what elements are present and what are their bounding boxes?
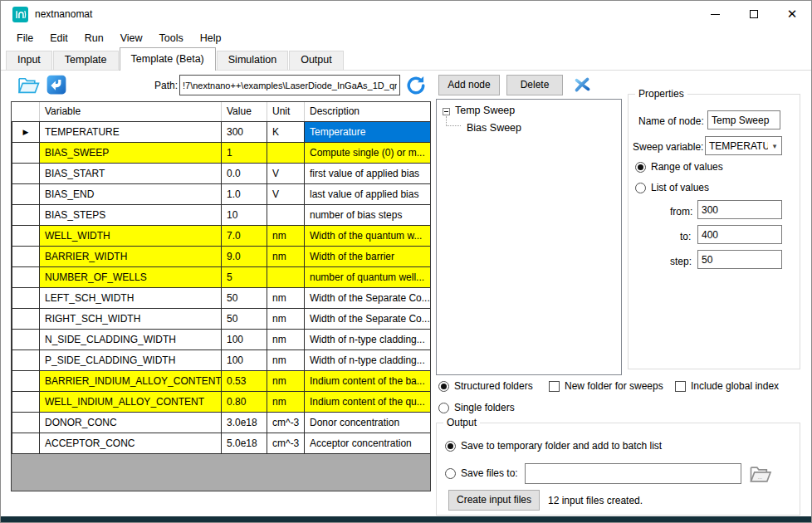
maximize-button[interactable] bbox=[740, 2, 768, 26]
tab-input[interactable]: Input bbox=[6, 51, 52, 70]
row-selector[interactable] bbox=[12, 225, 40, 246]
cell-unit[interactable] bbox=[267, 142, 305, 163]
row-selector[interactable] bbox=[12, 433, 40, 453]
browse-folder-button[interactable]: ... bbox=[749, 464, 772, 486]
cell-description[interactable]: first value of applied bias bbox=[305, 163, 431, 183]
header-variable[interactable]: Variable bbox=[40, 102, 222, 121]
tab-output[interactable]: Output bbox=[289, 51, 344, 70]
cell-value[interactable]: 50 bbox=[222, 287, 267, 308]
cell-description[interactable]: Width of n-type cladding... bbox=[305, 329, 431, 349]
menu-item-view[interactable]: View bbox=[112, 29, 151, 47]
cell-variable[interactable]: BIAS_STEPS bbox=[40, 204, 222, 225]
row-selector[interactable] bbox=[12, 287, 40, 308]
header-description[interactable]: Description bbox=[305, 102, 431, 121]
cell-description[interactable]: Width of n-type cladding... bbox=[305, 349, 431, 370]
cell-value[interactable]: 100 bbox=[222, 329, 267, 349]
to-input[interactable] bbox=[697, 225, 782, 244]
cell-value[interactable]: 0.80 bbox=[222, 391, 267, 412]
from-input[interactable] bbox=[697, 200, 782, 219]
row-selector[interactable] bbox=[12, 308, 40, 329]
row-selector[interactable] bbox=[12, 163, 40, 183]
header-unit[interactable]: Unit bbox=[267, 102, 305, 121]
cell-value[interactable]: 5.0e18 bbox=[222, 433, 267, 453]
row-selector[interactable] bbox=[12, 266, 40, 287]
save-temp-folder-radio[interactable] bbox=[445, 441, 456, 452]
close-button[interactable]: ✕ bbox=[778, 2, 806, 26]
menu-item-file[interactable]: File bbox=[8, 29, 42, 47]
cell-variable[interactable]: BARRIER_INDIUM_ALLOY_CONTENT bbox=[40, 370, 222, 391]
name-of-node-input[interactable] bbox=[707, 110, 780, 130]
delete-button[interactable]: Delete bbox=[506, 75, 563, 95]
cell-unit[interactable]: nm bbox=[267, 287, 305, 308]
delete-node-x-button[interactable] bbox=[571, 74, 594, 96]
cell-value[interactable]: 3.0e18 bbox=[222, 412, 267, 433]
cell-description[interactable]: Width of the barrier bbox=[305, 246, 431, 266]
header-value[interactable]: Value bbox=[222, 102, 267, 121]
sweep-variable-dropdown[interactable]: TEMPERATURE ▾ bbox=[705, 136, 782, 155]
list-of-values-radio[interactable] bbox=[635, 183, 646, 193]
row-selector[interactable] bbox=[12, 204, 40, 225]
tab-simulation[interactable]: Simulation bbox=[217, 51, 288, 70]
step-input[interactable] bbox=[697, 250, 782, 269]
cell-value[interactable]: 5 bbox=[222, 266, 267, 287]
tree-collapse-icon[interactable] bbox=[443, 108, 450, 115]
row-selector[interactable] bbox=[12, 183, 40, 204]
menu-item-edit[interactable]: Edit bbox=[42, 29, 76, 47]
cell-unit[interactable]: cm^-3 bbox=[267, 433, 305, 453]
cell-variable[interactable]: WELL_WIDTH bbox=[40, 225, 222, 246]
cell-unit[interactable]: cm^-3 bbox=[267, 412, 305, 433]
include-global-index-checkbox[interactable] bbox=[675, 381, 686, 392]
cell-value[interactable]: 50 bbox=[222, 308, 267, 329]
cell-unit[interactable]: nm bbox=[267, 370, 305, 391]
path-input[interactable] bbox=[179, 75, 400, 95]
cell-unit[interactable] bbox=[267, 204, 305, 225]
cell-unit[interactable]: nm bbox=[267, 225, 305, 246]
cell-unit[interactable]: nm bbox=[267, 246, 305, 266]
row-selector[interactable] bbox=[12, 329, 40, 349]
cell-description[interactable]: Compute single (0) or m... bbox=[305, 142, 431, 163]
menu-item-help[interactable]: Help bbox=[192, 29, 230, 47]
cell-value[interactable]: 9.0 bbox=[222, 246, 267, 266]
new-folder-for-sweeps-checkbox[interactable] bbox=[549, 381, 560, 392]
cell-description[interactable]: Indium content of the qu... bbox=[305, 391, 431, 412]
cell-variable[interactable]: BIAS_END bbox=[40, 183, 222, 204]
row-selector[interactable] bbox=[12, 412, 40, 433]
menu-item-tools[interactable]: Tools bbox=[151, 29, 192, 47]
create-input-files-button[interactable]: Create input files bbox=[448, 490, 540, 511]
cell-unit[interactable]: V bbox=[267, 183, 305, 204]
cell-variable[interactable]: ACCEPTOR_CONC bbox=[40, 433, 222, 453]
cell-unit[interactable]: V bbox=[267, 163, 305, 183]
open-file-button[interactable] bbox=[14, 72, 42, 97]
cell-unit[interactable]: nm bbox=[267, 308, 305, 329]
cell-variable[interactable]: NUMBER_OF_WELLS bbox=[40, 266, 222, 287]
cell-description[interactable]: Temperature bbox=[305, 121, 431, 142]
cell-variable[interactable]: LEFT_SCH_WIDTH bbox=[40, 287, 222, 308]
cell-variable[interactable]: BIAS_SWEEP bbox=[40, 142, 222, 163]
cell-variable[interactable]: DONOR_CONC bbox=[40, 412, 222, 433]
row-selector[interactable] bbox=[12, 349, 40, 370]
minimize-button[interactable] bbox=[701, 2, 729, 26]
cell-value[interactable]: 7.0 bbox=[222, 225, 267, 246]
cell-description[interactable]: Width of the Separate Co... bbox=[305, 287, 431, 308]
import-template-button[interactable] bbox=[42, 72, 71, 97]
cell-description[interactable]: number of quantum well... bbox=[305, 266, 431, 287]
cell-description[interactable]: number of bias steps bbox=[305, 204, 431, 225]
cell-unit[interactable]: K bbox=[267, 121, 305, 142]
cell-variable[interactable]: P_SIDE_CLADDING_WIDTH bbox=[40, 349, 222, 370]
cell-description[interactable]: last value of applied bias bbox=[305, 183, 431, 204]
save-files-to-radio[interactable] bbox=[445, 468, 456, 479]
cell-variable[interactable]: TEMPERATURE bbox=[40, 121, 222, 142]
row-selector[interactable] bbox=[12, 142, 40, 163]
tab-template-beta[interactable]: Template (Beta) bbox=[120, 47, 216, 71]
cell-description[interactable]: Indium content of the ba... bbox=[305, 370, 431, 391]
cell-unit[interactable] bbox=[267, 266, 305, 287]
cell-value[interactable]: 0.0 bbox=[222, 163, 267, 183]
tab-template[interactable]: Template bbox=[53, 51, 119, 70]
cell-variable[interactable]: N_SIDE_CLADDING_WIDTH bbox=[40, 329, 222, 349]
cell-variable[interactable]: RIGHT_SCH_WIDTH bbox=[40, 308, 222, 329]
row-selector[interactable] bbox=[12, 391, 40, 412]
cell-value[interactable]: 0.53 bbox=[222, 370, 267, 391]
cell-value[interactable]: 100 bbox=[222, 349, 267, 370]
cell-unit[interactable]: nm bbox=[267, 329, 305, 349]
cell-description[interactable]: Donor concentration bbox=[305, 412, 431, 433]
